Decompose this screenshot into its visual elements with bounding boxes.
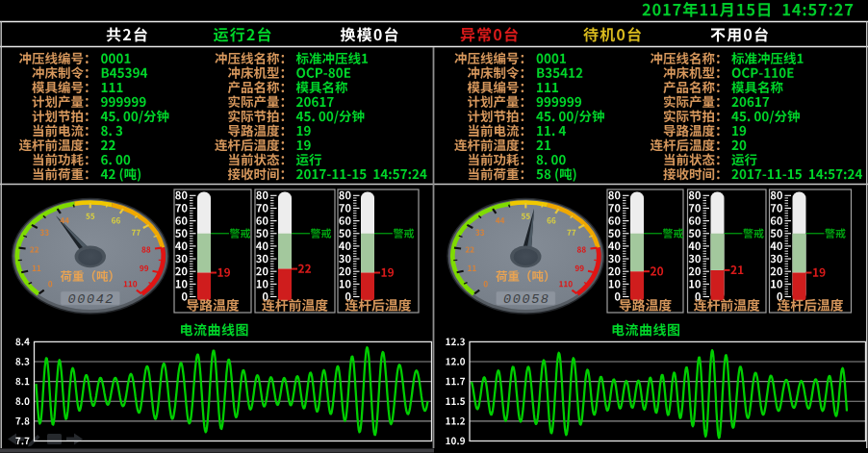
svg-text:00042: 00042 (68, 292, 115, 307)
svg-text:00058: 00058 (503, 292, 550, 307)
